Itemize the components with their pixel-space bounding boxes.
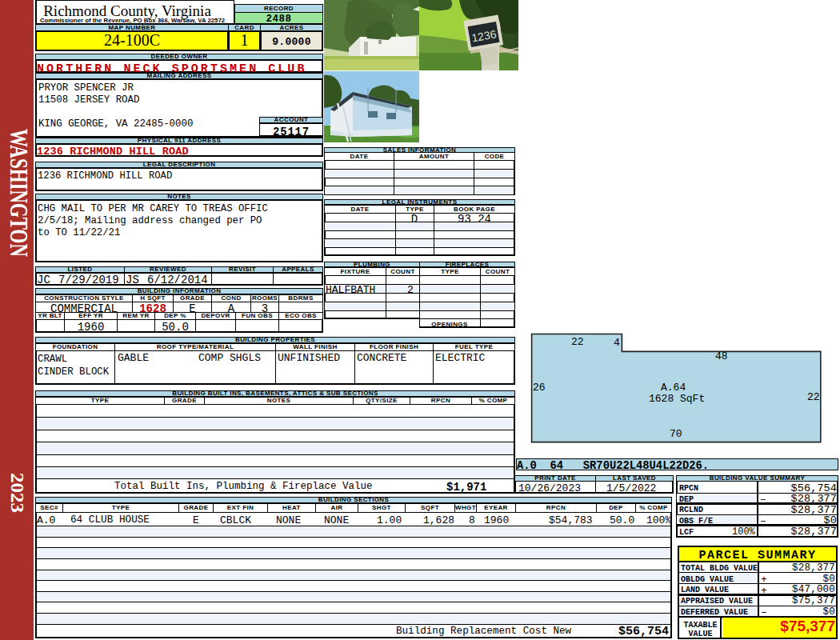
- svg-text:WASHINGTON: WASHINGTON: [5, 129, 33, 257]
- svg-text:2023: 2023: [7, 473, 27, 513]
